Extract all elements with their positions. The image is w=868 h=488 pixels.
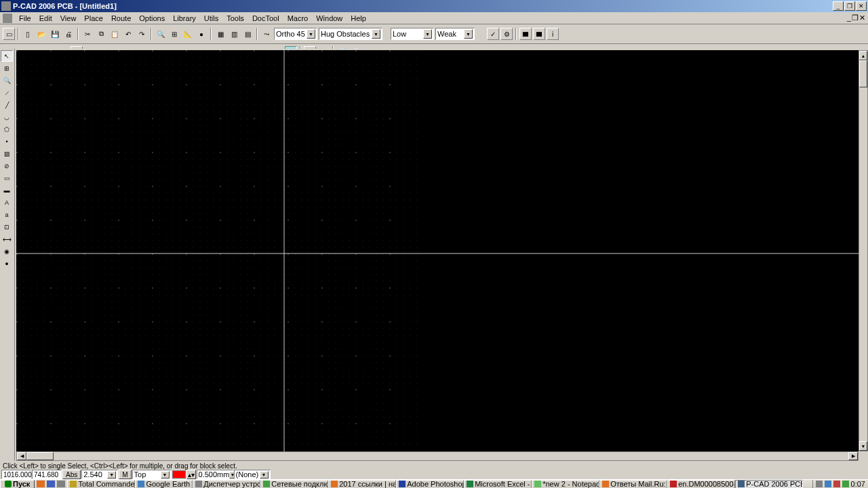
scroll-left-icon[interactable]: ◀: [17, 452, 26, 460]
pad-icon[interactable]: ●: [1, 258, 13, 269]
abs-button[interactable]: Abs: [62, 470, 81, 479]
measure-icon[interactable]: 📐: [182, 28, 194, 40]
polygon-icon[interactable]: ⬠: [1, 123, 13, 135]
mdi-icon[interactable]: [3, 14, 12, 23]
task-excel[interactable]: Microsoft Excel - База...: [464, 480, 532, 489]
task-google-earth[interactable]: Google Earth: [135, 480, 193, 489]
zoom-icon[interactable]: 🔍: [1, 75, 13, 86]
scroll-up-icon[interactable]: ▲: [859, 51, 867, 60]
layer-spin-icon[interactable]: ▴▾: [186, 470, 196, 479]
task-device-manager[interactable]: Диспетчер устройств: [193, 480, 260, 489]
drc-icon[interactable]: ✓: [487, 28, 499, 40]
menu-route[interactable]: Route: [107, 14, 135, 23]
maximize-button[interactable]: ❐: [844, 1, 855, 11]
attribute-icon[interactable]: a: [1, 209, 13, 220]
start-button[interactable]: Пуск: [0, 480, 35, 489]
arc-icon[interactable]: ◡: [1, 111, 13, 123]
menu-macro[interactable]: Macro: [283, 14, 313, 23]
plane-icon[interactable]: ▬: [1, 184, 13, 196]
cut-icon[interactable]: ✂: [81, 28, 94, 40]
point-icon[interactable]: •: [1, 136, 13, 147]
menu-utils[interactable]: Utils: [200, 14, 222, 23]
scroll-thumb[interactable]: [859, 60, 867, 87]
weak-combo[interactable]: Weak▼: [435, 28, 475, 40]
info-icon[interactable]: i: [547, 28, 559, 40]
zoom-window-icon[interactable]: 🔍: [155, 28, 167, 40]
keepout-icon[interactable]: ⊘: [1, 160, 13, 171]
child-close-button[interactable]: ✕: [859, 14, 865, 22]
minimize-button[interactable]: _: [833, 1, 844, 11]
ql-firefox-icon[interactable]: [36, 480, 45, 488]
new-icon[interactable]: ▯: [22, 28, 34, 40]
menu-place[interactable]: Place: [80, 14, 107, 23]
task-pcad[interactable]: P-CAD 2006 PCB - [Un...: [735, 480, 803, 489]
menu-library[interactable]: Library: [169, 14, 200, 23]
layers-icon-3[interactable]: ▤: [241, 28, 254, 40]
ql-ie-icon[interactable]: [46, 480, 56, 488]
record-macro-icon[interactable]: ●: [195, 28, 208, 40]
menu-doctool[interactable]: DocTool: [248, 14, 283, 23]
zoom-extents-icon[interactable]: ⊞: [168, 28, 180, 40]
task-total-commander[interactable]: Total Commander 7.5...: [67, 480, 135, 489]
menu-window[interactable]: Window: [312, 14, 347, 23]
tray-icon-3[interactable]: [833, 481, 840, 487]
design-canvas[interactable]: [16, 50, 859, 451]
line-icon[interactable]: ╱: [1, 99, 13, 110]
field-icon[interactable]: ⊡: [1, 221, 13, 232]
copy-icon[interactable]: ⧉: [95, 28, 107, 40]
paste-icon[interactable]: 📋: [108, 28, 121, 40]
tray-icon-1[interactable]: [816, 481, 823, 487]
child-maximize-button[interactable]: ❐: [852, 14, 859, 22]
horizontal-scrollbar[interactable]: ◀ ▶: [16, 451, 859, 461]
close-button[interactable]: ✕: [856, 1, 867, 11]
menu-file[interactable]: File: [15, 14, 35, 23]
low-combo[interactable]: Low▼: [391, 28, 434, 40]
component-icon[interactable]: ⊞: [1, 62, 13, 74]
tray-icon-2[interactable]: [825, 481, 831, 487]
menu-tools[interactable]: Tools: [222, 14, 248, 23]
redo-icon[interactable]: ↷: [136, 28, 148, 40]
coord-y-field[interactable]: 741.680: [32, 470, 62, 479]
save-icon[interactable]: 💾: [49, 28, 61, 40]
layers-icon-2[interactable]: ▥: [228, 28, 240, 40]
clock[interactable]: 0:07: [851, 480, 865, 488]
ortho-combo[interactable]: Ortho 45▼: [274, 28, 317, 40]
hug-combo[interactable]: Hug Obstacles▼: [319, 28, 382, 40]
scroll-right-icon[interactable]: ▶: [848, 452, 858, 460]
scroll-down-icon[interactable]: ▼: [859, 441, 867, 451]
text-icon[interactable]: A: [1, 197, 13, 208]
dimension-icon[interactable]: ⟷: [1, 233, 13, 245]
menu-view[interactable]: View: [56, 14, 81, 23]
child-minimize-button[interactable]: _: [847, 14, 851, 22]
ql-desktop-icon[interactable]: [56, 480, 66, 488]
drc-setup-icon[interactable]: ⚙: [500, 28, 513, 40]
vertical-scrollbar[interactable]: ▲ ▼: [859, 50, 868, 451]
grid-combo[interactable]: 2.540▼: [81, 470, 118, 479]
room-icon[interactable]: ▭: [1, 172, 13, 184]
tray-icon-4[interactable]: [842, 481, 849, 487]
select-tool-icon[interactable]: ▭: [3, 28, 15, 40]
coord-x-field[interactable]: 1016.000: [1, 470, 31, 479]
linewidth-combo[interactable]: 0.500mm▼: [197, 470, 233, 479]
print-icon[interactable]: 🖨: [62, 28, 75, 40]
task-notepadpp[interactable]: *new 2 - Notepad++: [532, 480, 599, 489]
connection-icon[interactable]: ⟋: [1, 87, 13, 98]
copper-pour-icon[interactable]: ▨: [1, 148, 13, 159]
highlight-icon[interactable]: ⯀: [519, 28, 532, 40]
task-photoshop[interactable]: Adobe Photoshop: [396, 480, 464, 489]
layer-color-swatch[interactable]: [172, 470, 186, 479]
undo-icon[interactable]: ↶: [122, 28, 134, 40]
task-browser-2017[interactable]: 2017 ссылки | назад...: [328, 480, 396, 489]
unhighlight-icon[interactable]: ⯀: [533, 28, 545, 40]
route-icon[interactable]: ⤳: [260, 28, 273, 40]
layers-icon-1[interactable]: ▦: [214, 28, 226, 40]
task-mailru[interactable]: Ответы Mail.Ru: в ф...: [599, 480, 667, 489]
menu-edit[interactable]: Edit: [35, 14, 56, 23]
menu-help[interactable]: Help: [347, 14, 370, 23]
via-icon[interactable]: ◉: [1, 245, 13, 257]
net-combo[interactable]: (None)▼: [234, 470, 271, 479]
menu-options[interactable]: Options: [135, 14, 169, 23]
layer-combo[interactable]: Top▼: [132, 470, 172, 479]
open-icon[interactable]: 📂: [35, 28, 47, 40]
select-icon[interactable]: ↖: [1, 50, 13, 62]
